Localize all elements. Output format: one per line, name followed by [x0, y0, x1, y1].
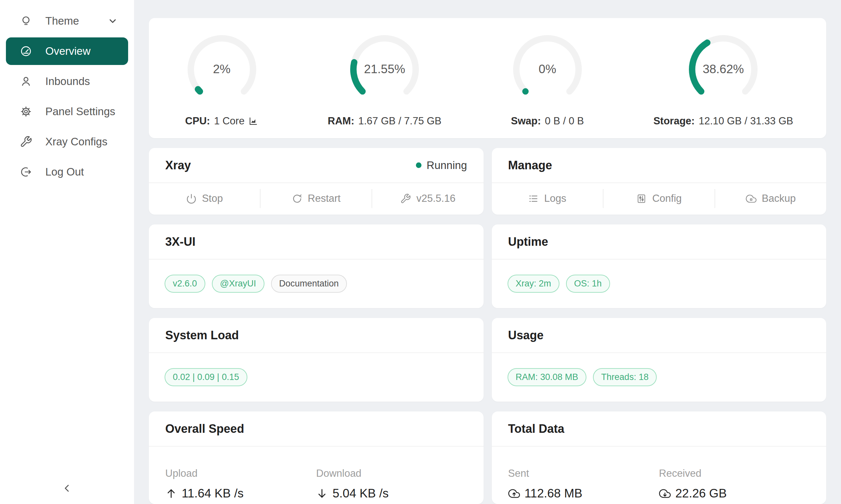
sidebar-item-panel-settings[interactable]: Panel Settings — [6, 98, 128, 125]
received-stat: Received 22.26 GB — [659, 468, 810, 500]
chevron-left-icon — [61, 482, 73, 494]
os-uptime-badge: OS: 1h — [566, 275, 610, 293]
ram-usage-badge: RAM: 30.08 MB — [508, 368, 587, 386]
sent-stat: Sent 112.68 MB — [508, 468, 659, 500]
system-load-card: System Load 0.02 | 0.09 | 0.15 — [149, 318, 484, 402]
system-gauges-card: 2% CPU: 1 Core 21.55% — [149, 18, 826, 138]
sidebar-item-label: Xray Configs — [45, 136, 107, 148]
cpu-gauge: 2% CPU: 1 Core — [182, 30, 262, 127]
storage-percent: 38.62% — [683, 30, 763, 109]
ram-caption: RAM: 1.67 GB / 7.75 GB — [328, 115, 442, 127]
power-icon — [186, 193, 197, 204]
restart-button[interactable]: Restart — [260, 183, 372, 214]
threads-badge: Threads: 18 — [593, 368, 657, 386]
swap-caption: Swap: 0 B / 0 B — [511, 115, 584, 127]
storage-gauge-ring: 38.62% — [683, 30, 763, 109]
usage-card-title: Usage — [508, 328, 544, 342]
uptime-card: Uptime Xray: 2m OS: 1h — [492, 224, 826, 308]
documentation-badge[interactable]: Documentation — [271, 275, 347, 293]
sidebar-item-xray-configs[interactable]: Xray Configs — [6, 128, 128, 156]
download-value: 5.04 KB /s — [332, 487, 389, 500]
overall-speed-card: Overall Speed Upload 11.64 KB /s — [149, 412, 484, 504]
storage-gauge: 38.62% Storage: 12.10 GB / 31.33 GB — [653, 30, 793, 127]
xray-card: Xray Running Stop — [149, 148, 484, 215]
xray-status: Running — [416, 159, 467, 172]
received-value: 22.26 GB — [675, 487, 727, 500]
logs-button[interactable]: Logs — [492, 183, 603, 214]
upload-stat: Upload 11.64 KB /s — [165, 468, 316, 500]
wrench-icon — [20, 136, 32, 148]
cpu-caption: CPU: 1 Core — [185, 115, 259, 127]
sliders-icon — [636, 193, 647, 204]
system-load-card-title: System Load — [165, 328, 239, 342]
list-icon — [528, 193, 539, 204]
sidebar-item-theme[interactable]: Theme — [6, 7, 128, 35]
usage-card: Usage RAM: 30.08 MB Threads: 18 — [492, 318, 826, 402]
arrow-up-icon — [165, 488, 177, 499]
manage-card: Manage Logs — [492, 148, 826, 215]
overall-speed-card-title: Overall Speed — [165, 422, 244, 436]
ram-percent: 21.55% — [345, 30, 425, 109]
manage-card-title: Manage — [508, 159, 552, 172]
user-icon — [20, 75, 32, 88]
sidebar-item-label: Theme — [45, 15, 79, 27]
sidebar-item-label: Panel Settings — [45, 105, 115, 118]
chevron-down-icon[interactable] — [107, 15, 118, 26]
area-chart-icon[interactable] — [248, 116, 258, 126]
sidebar-item-label: Inbounds — [45, 75, 90, 88]
status-dot-icon — [416, 162, 422, 168]
xray-version-button[interactable]: v25.5.16 — [372, 183, 483, 214]
upload-value: 11.64 KB /s — [182, 487, 244, 500]
backup-button[interactable]: Backup — [715, 183, 826, 214]
reload-icon — [292, 193, 303, 204]
uptime-card-title: Uptime — [508, 235, 548, 249]
xray-status-label: Running — [427, 159, 467, 172]
swap-percent: 0% — [508, 30, 587, 109]
cloud-box-icon — [746, 193, 757, 204]
download-stat: Download 5.04 KB /s — [316, 468, 467, 500]
load-average-badge: 0.02 | 0.09 | 0.15 — [165, 368, 247, 386]
stop-button[interactable]: Stop — [149, 183, 260, 214]
received-label: Received — [659, 468, 810, 480]
total-data-card: Total Data Sent 112.68 MB — [492, 412, 826, 504]
upload-label: Upload — [165, 468, 316, 480]
sidebar: Theme Overview Inbounds — [0, 0, 134, 504]
cloud-upload-icon — [508, 488, 520, 499]
sidebar-item-label: Log Out — [45, 166, 84, 178]
arrow-down-icon — [316, 488, 328, 499]
xray-uptime-badge: Xray: 2m — [508, 275, 560, 293]
version-badge[interactable]: v2.6.0 — [165, 275, 205, 293]
sent-label: Sent — [508, 468, 659, 480]
xui-card: 3X-UI v2.6.0 @XrayUI Documentation — [149, 224, 484, 308]
download-label: Download — [316, 468, 467, 480]
swap-gauge: 0% Swap: 0 B / 0 B — [508, 30, 587, 127]
total-data-card-title: Total Data — [508, 422, 564, 436]
ram-gauge-ring: 21.55% — [345, 30, 425, 109]
logout-icon — [20, 166, 32, 178]
ram-gauge: 21.55% RAM: 1.67 GB / 7.75 GB — [328, 30, 442, 127]
gear-icon — [20, 105, 32, 118]
config-button[interactable]: Config — [603, 183, 715, 214]
wrench-icon — [400, 193, 411, 204]
sidebar-item-inbounds[interactable]: Inbounds — [6, 68, 128, 95]
lightbulb-icon — [20, 15, 32, 27]
sidebar-item-overview[interactable]: Overview — [6, 37, 128, 65]
cloud-download-icon — [659, 488, 671, 499]
xray-card-title: Xray — [165, 159, 191, 172]
cpu-percent: 2% — [182, 30, 262, 109]
sidebar-item-log-out[interactable]: Log Out — [6, 158, 128, 186]
storage-caption: Storage: 12.10 GB / 31.33 GB — [653, 115, 793, 127]
xui-card-title: 3X-UI — [165, 235, 195, 249]
dashboard-icon — [20, 45, 32, 57]
sidebar-collapse-button[interactable] — [0, 482, 134, 504]
sent-value: 112.68 MB — [525, 487, 582, 500]
xrayui-badge[interactable]: @XrayUI — [212, 275, 264, 293]
cpu-gauge-ring: 2% — [182, 30, 262, 109]
swap-gauge-ring: 0% — [508, 30, 587, 109]
main-content: 2% CPU: 1 Core 21.55% — [134, 0, 841, 504]
sidebar-item-label: Overview — [45, 45, 91, 57]
